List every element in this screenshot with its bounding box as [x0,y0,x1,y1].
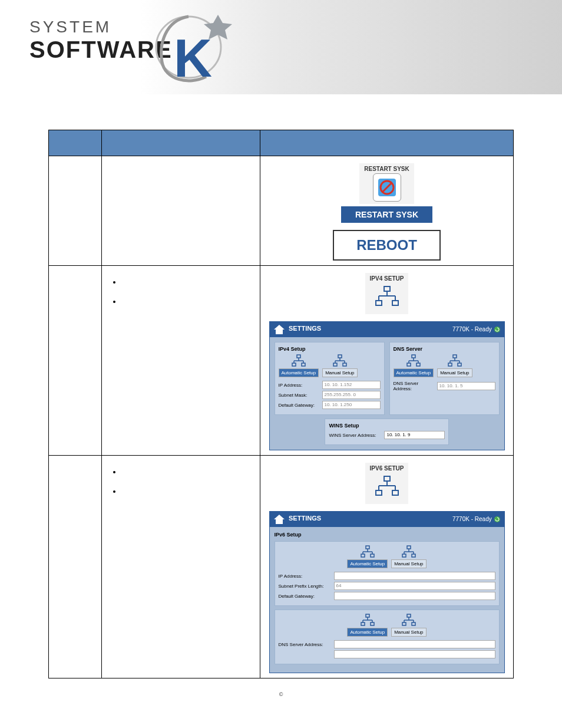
network-icon [401,614,416,627]
settings-header: SETTINGS 7770K - Ready [270,512,504,527]
svg-rect-78 [402,622,406,625]
manual-setup-button[interactable]: Manual Setup [322,368,357,377]
table-row: RESTART SYSK RESTART SYSK REBOOT [49,156,514,266]
ipv4-settings-panel: SETTINGS 7770K - Ready IPv4 Setup [269,321,505,450]
cell-3-1 [49,456,102,678]
dns-addr-input[interactable]: 10. 10. 1. 5 [437,382,495,390]
ipv6-dns-section: Automatic Setup Manual Setup DNS Server … [275,610,500,664]
section-title: WINS Setup [329,423,444,429]
svg-rect-28 [343,363,346,366]
ipv6-gw-input[interactable] [334,592,495,600]
manual-setup-button[interactable]: Manual Setup [391,628,426,637]
ipv6-prefix-label: Subnet Prefix Length: [279,584,332,589]
svg-text:K: K [174,29,212,88]
section-title: IPv4 Setup [279,346,381,352]
section-title: DNS Server [394,346,495,352]
wins-section: WINS Setup WINS Server Address:10. 10. 1… [325,419,448,445]
svg-rect-59 [407,546,411,549]
ipv6-settings-panel: SETTINGS 7770K - Ready IPv6 Setup [269,511,505,673]
gw-input[interactable]: 10. 10. 1.250 [322,401,381,409]
svg-rect-79 [412,622,415,625]
manual-setup-button[interactable]: Manual Setup [391,559,426,568]
svg-rect-41 [448,363,452,366]
page-header: SYSTEM SOFTWARE K [0,0,562,94]
svg-rect-27 [333,363,337,366]
manual-setup-button[interactable]: Manual Setup [437,368,472,377]
refresh-icon[interactable] [494,516,501,523]
th-1 [49,130,102,156]
cell-2-1 [49,266,102,456]
auto-setup-button[interactable]: Automatic Setup [347,559,388,568]
network-icon [360,614,375,627]
svg-rect-36 [453,355,457,358]
page-footer: © [0,690,562,697]
svg-rect-57 [361,554,365,557]
svg-rect-21 [302,363,305,366]
ipv6-ip-input[interactable] [334,572,495,580]
refresh-icon[interactable] [494,326,501,333]
auto-setup-button[interactable]: Automatic Setup [279,368,319,377]
dns-addr-label: DNS Server Address: [394,381,435,391]
logo-line2: SOFTWARE [29,37,173,63]
th-2 [101,130,260,156]
settings-header: SETTINGS 7770K - Ready [270,322,504,337]
copyright: © [279,691,283,697]
svg-rect-64 [402,554,406,557]
ipv6-dns-input[interactable] [334,640,495,648]
ipv6-dns-input-2[interactable] [334,650,495,658]
dns-section: DNS Server Automatic Setup Manual Setup [389,342,500,415]
network-icon[interactable] [374,285,400,308]
svg-marker-50 [274,515,285,524]
table-row: IPV4 SETUP SETT [49,266,514,456]
restart-sysk-icon[interactable] [373,173,401,202]
home-icon[interactable] [273,514,285,525]
auto-setup-button[interactable]: Automatic Setup [394,368,434,377]
network-icon [291,354,306,367]
logo-line1: SYSTEM [29,18,173,37]
ipv4-label: IPV4 SETUP [370,275,404,282]
auto-setup-button[interactable]: Automatic Setup [347,628,388,637]
ipv6-address-section: Automatic Setup Manual Setup IP Address:… [275,541,500,606]
mask-label: Subnet Mask: [279,393,320,398]
reboot-button[interactable]: REBOOT [333,230,441,261]
svg-rect-71 [361,622,365,625]
svg-rect-12 [392,301,398,305]
content-table: RESTART SYSK RESTART SYSK REBOOT [48,130,514,678]
svg-rect-22 [338,355,342,358]
ipv6-label: IPV6 SETUP [370,465,404,472]
cell-2-2 [101,266,260,456]
ip-label: IP Address: [279,383,320,388]
cell-2-3: IPV4 SETUP SETT [260,266,514,456]
svg-rect-58 [371,554,374,557]
ipv6-gw-label: Default Gateway: [279,594,332,599]
section-title: IPv6 Setup [275,532,500,538]
mask-input[interactable]: 255.255.255. 0 [322,391,381,399]
cell-1-2 [101,156,260,266]
restart-sysk-button[interactable]: RESTART SYSK [341,206,432,223]
th-3 [260,130,514,156]
svg-rect-66 [366,614,369,617]
table-row: IPV6 SETUP SETT [49,456,514,678]
logo: SYSTEM SOFTWARE [29,18,173,63]
svg-rect-43 [384,476,390,481]
network-icon [332,354,348,367]
ipv6-icon-group: IPV6 SETUP [365,463,409,504]
svg-rect-11 [376,301,382,305]
cell-3-3: IPV6 SETUP SETT [260,456,514,678]
svg-rect-6 [384,286,390,291]
wins-addr-label: WINS Server Address: [329,433,382,438]
svg-rect-48 [376,490,382,495]
settings-title: SETTINGS [289,325,321,332]
wins-addr-input[interactable]: 10. 10. 1. 9 [384,431,444,439]
device-status: 7770K - Ready [452,326,501,333]
ipv6-prefix-input[interactable]: 64 [334,582,495,590]
network-icon [406,354,421,367]
ipv4-icon-group: IPV4 SETUP [365,273,409,314]
cell-3-2 [101,456,260,678]
home-icon[interactable] [273,324,285,335]
network-icon[interactable] [374,475,400,498]
svg-rect-29 [412,355,415,358]
ip-input[interactable]: 10. 10. 1.152 [322,381,381,389]
svg-rect-73 [407,614,411,617]
gw-label: Default Gateway: [279,403,320,408]
